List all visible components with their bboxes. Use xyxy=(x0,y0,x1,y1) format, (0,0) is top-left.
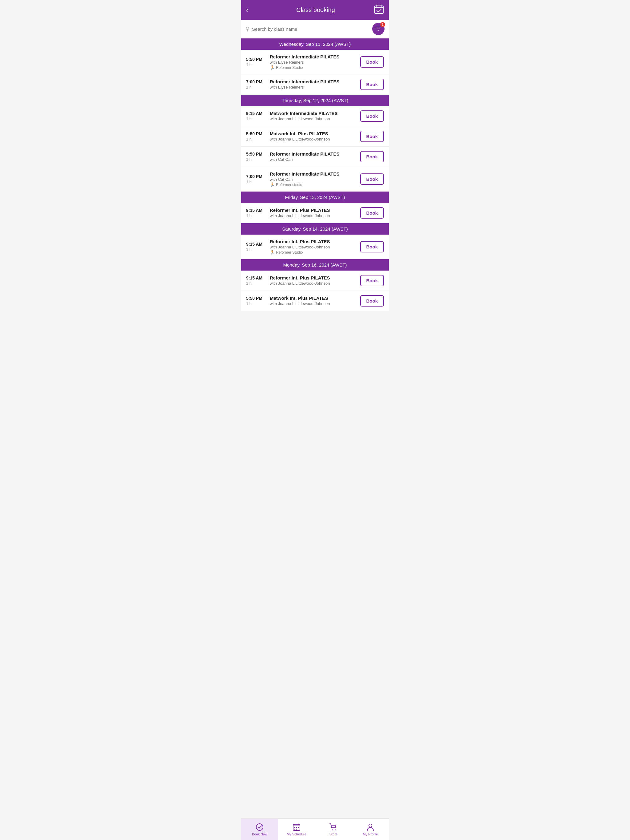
class-item: 9:15 AM 1 h Matwork Intermediate PILATES… xyxy=(241,106,389,126)
filter-button[interactable]: 1 xyxy=(372,23,385,35)
class-instructor: with Elyse Reimers xyxy=(270,60,356,65)
nav-my-schedule[interactable]: My Schedule xyxy=(278,819,315,840)
calendar-button[interactable] xyxy=(374,4,384,15)
class-duration: 1 h xyxy=(246,180,266,184)
header: ‹ Class booking xyxy=(241,0,389,20)
book-button[interactable]: Book xyxy=(360,295,384,306)
svg-rect-9 xyxy=(294,827,295,828)
class-item: 9:15 AM 1 h Reformer Int. Plus PILATES w… xyxy=(241,235,389,259)
class-location: 🏃 Reformer Studio xyxy=(270,250,356,254)
class-time: 5:50 PM 1 h xyxy=(246,152,266,162)
search-input[interactable] xyxy=(252,27,370,32)
svg-rect-10 xyxy=(296,827,297,828)
class-time: 9:15 AM 1 h xyxy=(246,111,266,121)
location-text: Reformer studio xyxy=(276,183,302,187)
class-time-main: 5:50 PM xyxy=(246,296,266,301)
class-duration: 1 h xyxy=(246,85,266,90)
book-button[interactable]: Book xyxy=(360,174,384,185)
class-duration: 1 h xyxy=(246,137,266,141)
nav-book-now[interactable]: Book Now xyxy=(241,819,278,840)
page-title: Class booking xyxy=(257,6,374,14)
class-duration: 1 h xyxy=(246,117,266,121)
class-duration: 1 h xyxy=(246,62,266,67)
class-time-main: 5:50 PM xyxy=(246,57,266,62)
class-time: 5:50 PM 1 h xyxy=(246,57,266,67)
svg-rect-0 xyxy=(375,6,383,14)
class-duration: 1 h xyxy=(246,157,266,162)
book-button[interactable]: Book xyxy=(360,275,384,286)
book-button[interactable]: Book xyxy=(360,56,384,68)
calendar-check-icon xyxy=(374,4,384,14)
class-name: Reformer Intermediate PILATES xyxy=(270,54,356,59)
location-icon: 🏃 xyxy=(270,65,275,70)
search-icon: ⚲ xyxy=(245,25,250,32)
class-item: 5:50 PM 1 h Matwork Int. Plus PILATES wi… xyxy=(241,126,389,147)
class-location: 🏃 Reformer Studio xyxy=(270,65,356,70)
class-time-main: 9:15 AM xyxy=(246,242,266,246)
class-name: Reformer Intermediate PILATES xyxy=(270,171,356,177)
nav-book-now-label: Book Now xyxy=(252,832,268,836)
book-button[interactable]: Book xyxy=(360,111,384,122)
class-instructor: with Joanna L Littlewood-Johnson xyxy=(270,281,356,286)
search-bar: ⚲ 1 xyxy=(241,20,389,38)
class-list: Wednesday, Sep 11, 2024 (AWST) 5:50 PM 1… xyxy=(241,38,389,336)
class-instructor: with Cat Carr xyxy=(270,157,356,162)
class-info: Matwork Intermediate PILATES with Joanna… xyxy=(270,111,356,122)
class-time-main: 5:50 PM xyxy=(246,131,266,136)
class-time: 9:15 AM 1 h xyxy=(246,242,266,252)
calendar-icon xyxy=(293,823,301,831)
class-item: 7:00 PM 1 h Reformer Intermediate PILATE… xyxy=(241,167,389,191)
book-button[interactable]: Book xyxy=(360,151,384,163)
class-instructor: with Joanna L Littlewood-Johnson xyxy=(270,137,356,141)
class-name: Matwork Intermediate PILATES xyxy=(270,111,356,116)
location-icon: 🏃 xyxy=(270,182,275,187)
class-item: 7:00 PM 1 h Reformer Intermediate PILATE… xyxy=(241,74,389,95)
class-duration: 1 h xyxy=(246,247,266,252)
class-info: Reformer Int. Plus PILATES with Joanna L… xyxy=(270,208,356,219)
day-header-3: Saturday, Sep 14, 2024 (AWST) xyxy=(241,223,389,235)
svg-point-14 xyxy=(332,829,333,830)
day-header-4: Monday, Sep 16, 2024 (AWST) xyxy=(241,259,389,271)
class-info: Reformer Intermediate PILATES with Cat C… xyxy=(270,151,356,163)
class-time-main: 7:00 PM xyxy=(246,174,266,179)
book-button[interactable]: Book xyxy=(360,131,384,142)
class-duration: 1 h xyxy=(246,213,266,218)
class-info: Matwork Int. Plus PILATES with Joanna L … xyxy=(270,295,356,306)
book-button[interactable]: Book xyxy=(360,79,384,90)
svg-point-15 xyxy=(335,829,336,830)
svg-rect-13 xyxy=(296,829,297,829)
class-location: 🏃 Reformer studio xyxy=(270,182,356,187)
class-info: Reformer Int. Plus PILATES with Joanna L… xyxy=(270,239,356,254)
class-instructor: with Joanna L Littlewood-Johnson xyxy=(270,245,356,249)
back-button[interactable]: ‹ xyxy=(246,6,257,14)
svg-point-16 xyxy=(369,824,372,827)
class-duration: 1 h xyxy=(246,281,266,286)
filter-icon xyxy=(375,26,381,32)
bottom-nav: Book Now My Schedule Store My Profile xyxy=(241,818,389,840)
class-info: Reformer Intermediate PILATES with Cat C… xyxy=(270,171,356,187)
person-icon xyxy=(366,823,374,831)
location-text: Reformer Studio xyxy=(276,250,303,254)
search-wrapper: ⚲ xyxy=(245,25,370,32)
class-info: Reformer Int. Plus PILATES with Joanna L… xyxy=(270,275,356,286)
book-button[interactable]: Book xyxy=(360,207,384,219)
nav-profile-label: My Profile xyxy=(363,832,378,836)
class-instructor: with Joanna L Littlewood-Johnson xyxy=(270,117,356,121)
class-item: 5:50 PM 1 h Reformer Intermediate PILATE… xyxy=(241,50,389,74)
class-instructor: with Elyse Reimers xyxy=(270,85,356,90)
nav-my-profile[interactable]: My Profile xyxy=(352,819,389,840)
class-instructor: with Cat Carr xyxy=(270,177,356,182)
class-item: 9:15 AM 1 h Reformer Int. Plus PILATES w… xyxy=(241,271,389,291)
class-item: 9:15 AM 1 h Reformer Int. Plus PILATES w… xyxy=(241,203,389,223)
class-item: 5:50 PM 1 h Reformer Intermediate PILATE… xyxy=(241,147,389,167)
class-info: Reformer Intermediate PILATES with Elyse… xyxy=(270,79,356,90)
location-icon: 🏃 xyxy=(270,250,275,254)
class-time: 9:15 AM 1 h xyxy=(246,275,266,286)
book-button[interactable]: Book xyxy=(360,241,384,253)
nav-store[interactable]: Store xyxy=(315,819,352,840)
class-name: Matwork Int. Plus PILATES xyxy=(270,131,356,136)
day-header-0: Wednesday, Sep 11, 2024 (AWST) xyxy=(241,38,389,50)
nav-store-label: Store xyxy=(329,832,337,836)
nav-schedule-label: My Schedule xyxy=(287,832,306,836)
svg-point-4 xyxy=(256,824,263,831)
